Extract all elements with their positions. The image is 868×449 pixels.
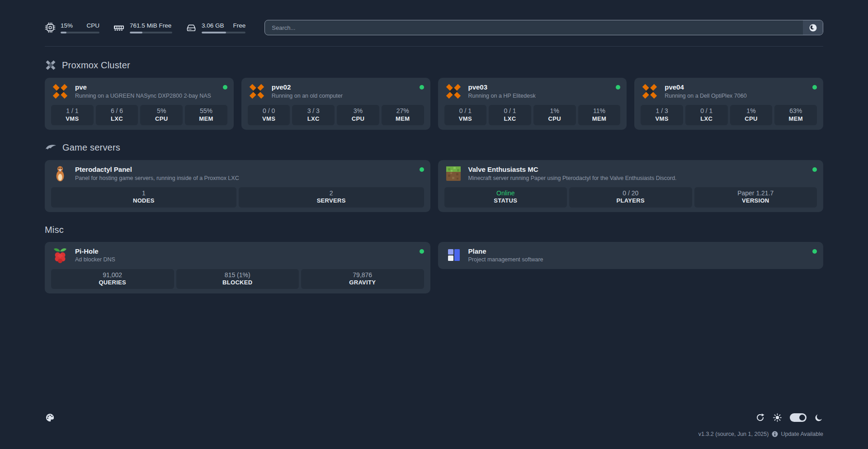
- stat-servers: 2 SERVERS: [239, 187, 424, 208]
- light-mode-sun-icon: [773, 413, 782, 422]
- search-input[interactable]: [265, 20, 803, 35]
- card-pve02[interactable]: pve02 Running on an old computer 0 / 0 V…: [241, 78, 430, 130]
- card-pve03[interactable]: pve03 Running on a HP Elitedesk 0 / 1 VM…: [438, 78, 627, 130]
- topbar: 15% CPU: [45, 20, 823, 35]
- stat-lxc: 0 / 1 LXC: [489, 105, 531, 125]
- section-title: Proxmox Cluster: [62, 60, 130, 71]
- cpu-metric: 15% CPU: [45, 22, 99, 33]
- card-subtitle: Running on a UGREEN NASync DXP2800 2-bay…: [75, 92, 211, 100]
- card-pi-hole[interactable]: Pi-Hole Ad blocker DNS 91,002 QUERIES 81…: [45, 242, 430, 294]
- section-title: Game servers: [62, 142, 120, 153]
- card-subtitle: Running on a Dell OptiPlex 7060: [665, 92, 746, 100]
- card-pterodactyl-panel[interactable]: Pterodactyl Panel Panel for hosting game…: [45, 160, 430, 212]
- footer: [45, 412, 823, 423]
- card-title: pve: [75, 83, 211, 92]
- stat-lxc: 6 / 6 LXC: [96, 105, 138, 125]
- stat-version: Paper 1.21.7 VERSION: [694, 187, 817, 208]
- pterodactyl-icon: [51, 165, 69, 183]
- card-title: pve02: [272, 83, 343, 92]
- card-pve[interactable]: pve Running on a UGREEN NASync DXP2800 2…: [45, 78, 234, 130]
- page-container: 15% CPU: [45, 0, 823, 293]
- refresh-icon: [755, 413, 765, 422]
- theme-toggle-knob: [799, 415, 805, 421]
- stat-vms: 1 / 1 VMS: [51, 105, 94, 125]
- disk-icon: [186, 22, 197, 33]
- proxmox-section-icon: [45, 59, 57, 71]
- plane-icon: [444, 246, 462, 265]
- card-subtitle: Project management software: [468, 256, 543, 264]
- proxmox-cards-row: pve Running on a UGREEN NASync DXP2800 2…: [45, 78, 823, 130]
- version-row: v1.3.2 (source, Jun 1, 2025) Update Avai…: [698, 431, 823, 437]
- stat-nodes: 1 NODES: [51, 187, 236, 208]
- section-misc: Misc: [45, 225, 823, 235]
- stat-mem: 55% MEM: [185, 105, 227, 125]
- stat-players: 0 / 20 PLAYERS: [569, 187, 692, 208]
- card-subtitle: Running on a HP Elitedesk: [468, 92, 536, 100]
- ram-free-value: 761.5 MiB Free: [130, 22, 171, 29]
- stat-vms: 0 / 1 VMS: [444, 105, 487, 125]
- card-title: Pterodactyl Panel: [75, 165, 239, 174]
- cpu-usage-bar: [61, 32, 99, 33]
- stat-cpu: 1% CPU: [730, 105, 773, 125]
- disk-usage-bar: [202, 32, 245, 33]
- section-title: Misc: [45, 225, 64, 235]
- update-available-link[interactable]: Update Available: [772, 431, 823, 437]
- card-pve04[interactable]: pve04 Running on a Dell OptiPlex 7060 1 …: [634, 78, 823, 130]
- stat-cpu: 5% CPU: [140, 105, 183, 125]
- card-plane[interactable]: Plane Project management software: [438, 242, 824, 269]
- search-engine-button[interactable]: [803, 20, 823, 35]
- minecraft-grass-block-icon: [444, 165, 462, 183]
- card-subtitle: Ad blocker DNS: [75, 256, 115, 264]
- stat-gravity: 79,876 GRAVITY: [301, 269, 424, 289]
- pi-hole-raspberry-icon: [51, 246, 69, 265]
- info-icon: [772, 431, 778, 437]
- disk-free-value: 3.06 GB: [202, 22, 224, 29]
- dark-mode-moon-icon: [814, 413, 823, 422]
- cpu-icon: [45, 22, 56, 33]
- stat-queries: 91,002 QUERIES: [51, 269, 174, 289]
- card-subtitle: Panel for hosting game servers, running …: [75, 175, 239, 182]
- stat-vms: 1 / 3 VMS: [641, 105, 683, 125]
- version-text: v1.3.2 (source, Jun 1, 2025): [698, 431, 769, 437]
- proxmox-icon: [51, 82, 69, 100]
- cpu-usage-label: CPU: [86, 22, 99, 29]
- stat-vms: 0 / 0 VMS: [248, 105, 290, 125]
- card-valve-enthusiasts-mc[interactable]: Valve Enthusiasts MC Minecraft server ru…: [438, 160, 824, 212]
- card-title: Plane: [468, 247, 543, 256]
- stat-status: Online STATUS: [444, 187, 567, 208]
- theme-toggle[interactable]: [790, 413, 807, 422]
- card-title: pve03: [468, 83, 536, 92]
- proxmox-icon: [248, 82, 266, 100]
- misc-cards-row: Pi-Hole Ad blocker DNS 91,002 QUERIES 81…: [45, 242, 823, 294]
- disk-metric: 3.06 GB Free: [186, 22, 245, 33]
- ram-usage-bar: [130, 32, 172, 33]
- ram-icon: [113, 22, 125, 33]
- stat-blocked: 815 (1%) BLOCKED: [176, 269, 299, 289]
- cpu-usage-value: 15%: [61, 22, 73, 29]
- search-bar: [264, 20, 823, 35]
- search-engine-icon: [809, 24, 817, 32]
- stat-lxc: 3 / 3 LXC: [292, 105, 335, 125]
- card-subtitle: Running on an old computer: [272, 92, 343, 100]
- stat-mem: 27% MEM: [382, 105, 424, 125]
- status-dot: [812, 167, 817, 172]
- section-game-servers: Game servers: [45, 142, 823, 153]
- disk-free-label: Free: [233, 22, 246, 29]
- refresh-button[interactable]: [755, 413, 765, 422]
- status-dot: [812, 85, 817, 90]
- status-dot: [223, 85, 227, 90]
- section-proxmox-cluster: Proxmox Cluster: [45, 59, 823, 71]
- stat-cpu: 3% CPU: [337, 105, 379, 125]
- card-title: Pi-Hole: [75, 247, 115, 256]
- status-dot: [420, 249, 424, 254]
- pterodactyl-section-icon: [45, 142, 57, 153]
- palette-icon: [45, 412, 55, 423]
- topbar-divider: [45, 46, 823, 47]
- game-cards-row: Pterodactyl Panel Panel for hosting game…: [45, 160, 823, 212]
- card-subtitle: Minecraft server running Paper using Pte…: [468, 175, 677, 182]
- theme-palette-button[interactable]: [45, 412, 55, 423]
- status-dot: [812, 249, 817, 254]
- status-dot: [420, 167, 424, 172]
- status-dot: [420, 85, 424, 90]
- update-available-label: Update Available: [781, 431, 823, 437]
